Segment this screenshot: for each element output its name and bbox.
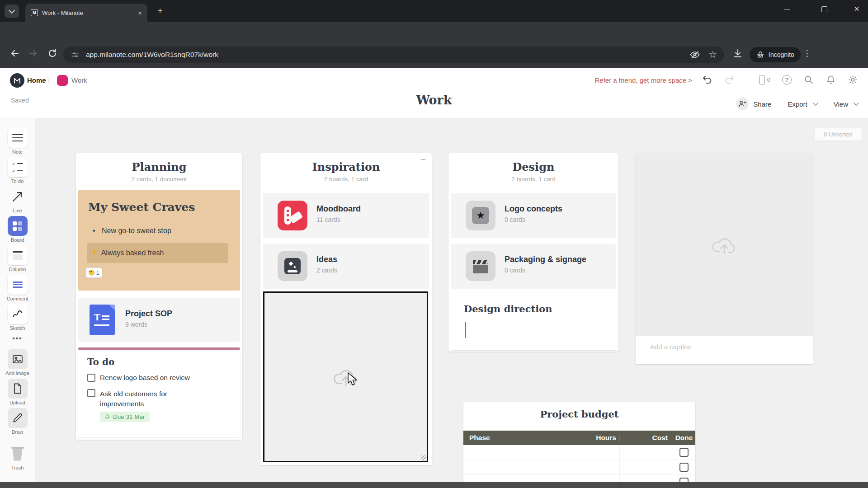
export-button[interactable]: Export [788, 100, 807, 108]
board-card-moodboard[interactable]: Moodboard 11 cards [263, 193, 429, 238]
board-name: Ideas [316, 255, 337, 264]
url-text[interactable]: app.milanote.com/1W6voR1snqR07k/work [86, 51, 218, 59]
eye-off-icon[interactable] [689, 49, 700, 60]
design-direction-note[interactable]: Design direction [451, 296, 616, 350]
checkbox[interactable] [87, 389, 95, 397]
board-card-ideas[interactable]: Ideas 2 cards [263, 244, 429, 289]
todo-icon: ✓ ✓ [8, 157, 28, 177]
todo-card[interactable]: To do Renew logo based on review Ask old… [78, 351, 240, 437]
tool-todo[interactable]: ✓ ✓ To-do [8, 157, 28, 184]
refer-friend-link[interactable]: Refer a friend, get more space > [594, 76, 692, 84]
tool-sketch[interactable]: Sketch [8, 304, 28, 331]
milanote-m-icon [14, 77, 21, 84]
resize-handle[interactable] [421, 455, 426, 460]
window-minimize-button[interactable] [777, 0, 797, 18]
table-row[interactable] [463, 460, 695, 475]
help-button[interactable]: ? [782, 75, 792, 84]
window-close-button[interactable]: ✕ [846, 0, 867, 18]
checkbox[interactable] [679, 448, 689, 457]
new-tab-button[interactable]: + [154, 5, 166, 17]
tool-board[interactable]: Board [8, 216, 28, 243]
board-meta: 0 cards [505, 216, 525, 223]
tool-note[interactable]: Note [8, 128, 28, 155]
board-meta: 0 cards [505, 267, 525, 274]
note-card[interactable]: My Sweet Craves • New go-to sweet stop !… [78, 190, 240, 291]
board-name: Packaging & signage [505, 255, 586, 264]
milanote-logo[interactable] [10, 73, 24, 88]
screen: M Work - Milanote × + ✕ app.milanote.com… [0, 0, 868, 488]
phone-icon [759, 75, 765, 84]
site-settings-icon[interactable] [71, 50, 80, 59]
board-meta: 11 cards [316, 216, 340, 223]
cloud-upload-icon [710, 233, 739, 257]
tool-column[interactable]: Column [8, 245, 28, 272]
notifications-bell-icon[interactable] [826, 75, 836, 85]
browser-menu-icon[interactable]: ⋮ [803, 48, 811, 58]
invite-person-icon[interactable] [736, 98, 749, 110]
image-card[interactable]: Add a caption [636, 153, 813, 364]
board-actions: Share Export View [736, 98, 858, 110]
image-drop-area[interactable] [636, 153, 813, 336]
board-card-packaging[interactable]: Packaging & signage 0 cards [451, 244, 616, 289]
column-title: Planning [76, 160, 242, 174]
due-date-badge[interactable]: Due 31 Mar [100, 412, 150, 422]
view-button[interactable]: View [834, 100, 848, 108]
board-color-swatch[interactable] [57, 75, 68, 86]
browser-tab-strip: M Work - Milanote × + ✕ [0, 0, 868, 22]
browser-tab-active[interactable]: M Work - Milanote × [25, 4, 147, 22]
tool-line[interactable]: Line [8, 187, 28, 213]
checkbox[interactable] [679, 463, 689, 472]
board-name: Moodboard [316, 204, 361, 214]
note-icon [8, 128, 28, 148]
horizontal-scrollbar[interactable] [0, 482, 868, 488]
column-subtitle: 2 cards, 1 document [76, 176, 242, 183]
selected-image-placeholder[interactable] [263, 291, 428, 462]
tool-add-image[interactable]: Add image [5, 349, 29, 376]
undo-icon[interactable] [702, 74, 712, 85]
breadcrumb-home[interactable]: Home [27, 76, 46, 84]
tool-draw[interactable]: Draw [8, 408, 28, 435]
tool-upload[interactable]: Upload [8, 379, 28, 405]
back-arrow-icon [9, 48, 20, 59]
design-column[interactable]: Design 2 boards, 1 card ★ Logo concepts … [448, 153, 618, 352]
due-date-text: Due 31 Mar [113, 413, 145, 420]
planning-column[interactable]: Planning 2 cards, 1 document My Sweet Cr… [76, 153, 242, 440]
tool-trash[interactable]: Trash [11, 444, 24, 470]
caption-input[interactable]: Add a caption [650, 343, 692, 351]
checkbox[interactable] [87, 374, 95, 382]
unsorted-badge[interactable]: 0 Unsorted [814, 128, 862, 141]
text-caret [465, 322, 466, 338]
window-maximize-button[interactable] [814, 0, 835, 18]
mobile-devices-button[interactable]: 0 [759, 75, 770, 84]
tab-close-icon[interactable]: × [138, 9, 142, 17]
tool-comment[interactable]: Comment [7, 275, 28, 301]
table-row[interactable] [463, 445, 695, 460]
budget-table-card[interactable]: Project budget Phase Hours Cost Done [463, 402, 695, 488]
tab-search-button[interactable] [5, 5, 19, 18]
reaction-badge[interactable]: 1 [86, 267, 102, 278]
document-card[interactable]: T Project SOP 9 words [78, 298, 240, 342]
heart-eyes-emoji-icon [89, 270, 94, 276]
reload-button[interactable] [47, 48, 58, 59]
search-icon[interactable] [803, 75, 814, 85]
share-button[interactable]: Share [753, 100, 771, 108]
todo-item-text: Ask old customers for improvements [100, 389, 202, 409]
download-button[interactable] [732, 48, 743, 59]
document-meta: 9 words [125, 321, 147, 328]
divider-line[interactable] [78, 347, 240, 350]
board-meta: 2 cards [316, 267, 337, 274]
incognito-badge[interactable]: Incognito [750, 47, 801, 62]
board-card-logo-concepts[interactable]: ★ Logo concepts 0 cards [451, 193, 616, 238]
back-button[interactable] [9, 48, 20, 59]
app-header: Home / Work Refer a friend, get more spa… [0, 68, 868, 118]
more-dots-icon: ••• [13, 334, 23, 342]
url-bar[interactable]: app.milanote.com/1W6voR1snqR07k/work ☆ [63, 47, 724, 63]
minimize-icon [784, 9, 790, 9]
note-title: My Sweet Craves [88, 201, 195, 214]
tool-more[interactable]: ••• [13, 334, 23, 342]
bookmark-star-icon[interactable]: ☆ [708, 49, 717, 60]
redo-icon[interactable] [724, 74, 735, 85]
forward-button[interactable] [28, 48, 39, 59]
breadcrumb-board[interactable]: Work [71, 76, 87, 84]
settings-gear-icon[interactable] [848, 75, 858, 85]
